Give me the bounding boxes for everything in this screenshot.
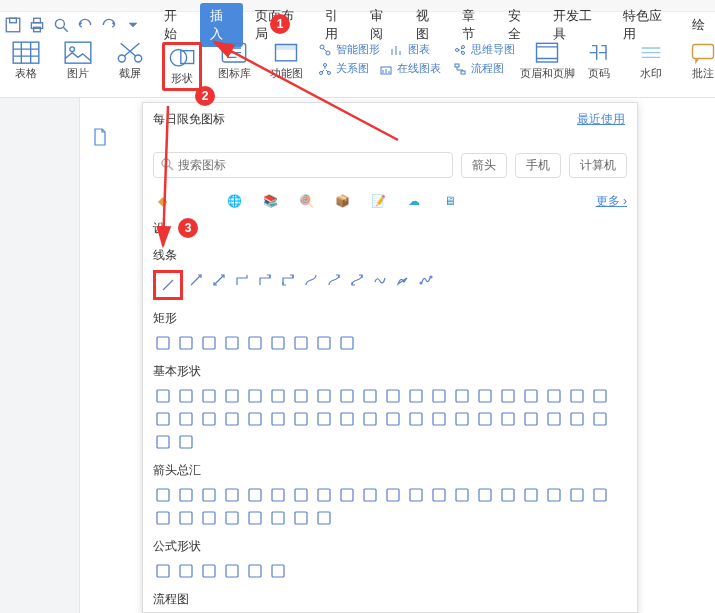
page-thumb-icon[interactable] xyxy=(92,128,108,149)
ribbon-table[interactable]: 表格 xyxy=(6,42,46,81)
shape-swatch[interactable] xyxy=(314,333,334,353)
gallery-icon-8[interactable]: ☁ xyxy=(405,192,423,210)
shape-swatch[interactable] xyxy=(337,386,357,406)
print-icon[interactable] xyxy=(28,16,46,34)
shape-swatch[interactable] xyxy=(291,386,311,406)
gallery-icon-7[interactable]: 📝 xyxy=(369,192,387,210)
shape-line-variant[interactable] xyxy=(370,270,390,290)
ribbon-headerfooter[interactable]: 页眉和页脚 xyxy=(527,42,567,81)
shape-swatch[interactable] xyxy=(222,386,242,406)
shape-swatch[interactable] xyxy=(153,508,173,528)
shape-swatch[interactable] xyxy=(268,386,288,406)
gallery-icon-4[interactable]: 📚 xyxy=(261,192,279,210)
shape-swatch[interactable] xyxy=(245,386,265,406)
shape-swatch[interactable] xyxy=(544,386,564,406)
shape-swatch[interactable] xyxy=(498,409,518,429)
shape-swatch[interactable] xyxy=(406,485,426,505)
shape-swatch[interactable] xyxy=(383,386,403,406)
shape-swatch[interactable] xyxy=(268,485,288,505)
shape-swatch[interactable] xyxy=(222,561,242,581)
shape-line-variant[interactable] xyxy=(324,270,344,290)
shape-swatch[interactable] xyxy=(337,409,357,429)
shape-swatch[interactable] xyxy=(291,333,311,353)
save-icon[interactable] xyxy=(4,16,22,34)
shape-swatch[interactable] xyxy=(268,333,288,353)
ribbon-iconlib[interactable]: 图标库 xyxy=(214,42,254,81)
shape-swatch[interactable] xyxy=(245,409,265,429)
shape-swatch[interactable] xyxy=(475,386,495,406)
shape-swatch[interactable] xyxy=(199,485,219,505)
shape-line-highlighted[interactable] xyxy=(153,270,183,300)
shape-swatch[interactable] xyxy=(153,561,173,581)
shape-line-variant[interactable] xyxy=(232,270,252,290)
chip-phone[interactable]: 手机 xyxy=(515,153,561,178)
ribbon-smartart[interactable]: 智能图形 xyxy=(318,42,380,57)
preview-icon[interactable] xyxy=(52,16,70,34)
shape-swatch[interactable] xyxy=(567,409,587,429)
shape-swatch[interactable] xyxy=(176,508,196,528)
redo-icon[interactable] xyxy=(100,16,118,34)
shape-swatch[interactable] xyxy=(360,485,380,505)
shape-swatch[interactable] xyxy=(590,386,610,406)
shape-swatch[interactable] xyxy=(544,485,564,505)
shape-swatch[interactable] xyxy=(314,409,334,429)
shape-swatch[interactable] xyxy=(360,386,380,406)
shape-swatch[interactable] xyxy=(153,432,173,452)
ribbon-chart[interactable]: 图表 xyxy=(390,42,430,57)
tab-view[interactable]: 视图 xyxy=(406,3,450,47)
gallery-icon-5[interactable]: 🍭 xyxy=(297,192,315,210)
ribbon-pagenum[interactable]: 页码 xyxy=(579,42,619,81)
shape-swatch[interactable] xyxy=(429,409,449,429)
shape-swatch[interactable] xyxy=(521,409,541,429)
ribbon-funcgraph[interactable]: 功能图 xyxy=(266,42,306,81)
shape-swatch[interactable] xyxy=(268,508,288,528)
shape-line-variant[interactable] xyxy=(347,270,367,290)
shape-swatch[interactable] xyxy=(176,333,196,353)
gallery-icon-9[interactable]: 🖥 xyxy=(441,192,459,210)
shape-line-variant[interactable] xyxy=(393,270,413,290)
shape-swatch[interactable] xyxy=(590,485,610,505)
qat-dropdown-icon[interactable] xyxy=(124,16,142,34)
undo-icon[interactable] xyxy=(76,16,94,34)
shape-swatch[interactable] xyxy=(383,409,403,429)
shape-swatch[interactable] xyxy=(314,485,334,505)
shape-swatch[interactable] xyxy=(567,485,587,505)
shape-swatch[interactable] xyxy=(544,409,564,429)
shape-swatch[interactable] xyxy=(268,561,288,581)
shape-swatch[interactable] xyxy=(199,386,219,406)
shape-swatch[interactable] xyxy=(245,333,265,353)
ribbon-comment[interactable]: 批注 xyxy=(683,42,715,81)
ribbon-flowchart[interactable]: 流程图 xyxy=(453,61,504,76)
shape-swatch[interactable] xyxy=(245,561,265,581)
shape-line-variant[interactable] xyxy=(416,270,436,290)
shape-swatch[interactable] xyxy=(406,409,426,429)
shape-swatch[interactable] xyxy=(153,386,173,406)
shape-line-variant[interactable] xyxy=(209,270,229,290)
search-input[interactable] xyxy=(178,158,446,172)
gallery-icon-6[interactable]: 📦 xyxy=(333,192,351,210)
shape-swatch[interactable] xyxy=(429,386,449,406)
ribbon-shapes[interactable]: 形状 xyxy=(162,42,202,91)
shape-line-variant[interactable] xyxy=(278,270,298,290)
recent-link[interactable]: 最近使用 xyxy=(577,111,625,128)
shape-swatch[interactable] xyxy=(498,386,518,406)
ribbon-relgraph[interactable]: 关系图 xyxy=(318,61,369,76)
shape-swatch[interactable] xyxy=(337,333,357,353)
shape-line[interactable] xyxy=(158,275,178,295)
shape-swatch[interactable] xyxy=(222,508,242,528)
shape-swatch[interactable] xyxy=(199,508,219,528)
shape-swatch[interactable] xyxy=(153,409,173,429)
tab-ref[interactable]: 引用 xyxy=(315,3,359,47)
shape-swatch[interactable] xyxy=(222,409,242,429)
shape-swatch[interactable] xyxy=(268,409,288,429)
gallery-icon-1[interactable]: ◆ xyxy=(153,192,171,210)
shape-swatch[interactable] xyxy=(199,409,219,429)
shape-swatch[interactable] xyxy=(590,409,610,429)
shape-line-variant[interactable] xyxy=(255,270,275,290)
gallery-icon-2[interactable] xyxy=(189,192,207,210)
shape-swatch[interactable] xyxy=(429,485,449,505)
shape-swatch[interactable] xyxy=(291,409,311,429)
shape-swatch[interactable] xyxy=(452,409,472,429)
ribbon-mindmap[interactable]: 思维导图 xyxy=(453,42,515,57)
ribbon-picture[interactable]: 图片 xyxy=(58,42,98,81)
